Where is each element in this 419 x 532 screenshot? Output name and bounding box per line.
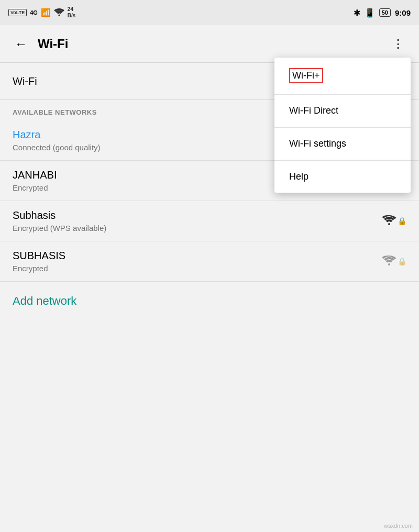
overflow-dropdown-menu: Wi-Fi+ Wi-Fi Direct Wi-Fi settings Help bbox=[274, 58, 411, 193]
help-label: Help bbox=[289, 171, 308, 182]
dropdown-item-wifi-direct[interactable]: Wi-Fi Direct bbox=[274, 95, 411, 127]
dropdown-item-wifi-plus[interactable]: Wi-Fi+ bbox=[274, 58, 411, 94]
dropdown-item-help[interactable]: Help bbox=[274, 161, 411, 193]
wifi-direct-label: Wi-Fi Direct bbox=[289, 105, 338, 116]
dropdown-item-wifi-settings[interactable]: Wi-Fi settings bbox=[274, 128, 411, 160]
wifi-settings-label: Wi-Fi settings bbox=[289, 138, 346, 149]
wifi-plus-label: Wi-Fi+ bbox=[289, 68, 323, 83]
